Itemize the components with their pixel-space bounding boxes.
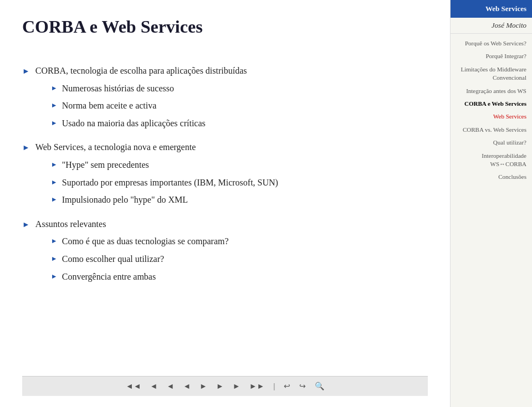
arrow-icon-2: ► bbox=[22, 142, 30, 154]
sub-bullets-3: ► Como é que as duas tecnologias se comp… bbox=[35, 234, 229, 284]
bullet-3: ► Assuntos relevantes ► Como é que as du… bbox=[22, 217, 428, 287]
bullet-1-1-text: Numerosas histórias de sucesso bbox=[62, 81, 174, 96]
nav-forward[interactable]: ↪ bbox=[297, 380, 308, 392]
nav-back[interactable]: ↩ bbox=[282, 380, 293, 392]
sidebar-item-corba-vs[interactable]: CORBA vs. Web Services bbox=[451, 123, 532, 136]
sidebar-item-integração-antes[interactable]: Integração antes dos WS bbox=[451, 85, 532, 97]
nav-next-frame[interactable]: ► bbox=[197, 381, 209, 392]
bullet-2-1: ► "Hype" sem precedentes bbox=[51, 158, 278, 172]
slide-container: CORBA e Web Services ► CORBA, tecnologia… bbox=[0, 0, 532, 407]
nav-last[interactable]: ►► bbox=[247, 381, 267, 392]
arrow-icon-3-1: ► bbox=[51, 236, 58, 246]
arrow-icon-2-3: ► bbox=[51, 194, 58, 205]
sidebar: Web Services José Mocito Porquê os Web S… bbox=[450, 0, 532, 407]
arrow-icon-1-1: ► bbox=[51, 83, 58, 94]
arrow-icon-2-2: ► bbox=[51, 177, 58, 188]
bullet-1: ► CORBA, tecnologia de escolha para apli… bbox=[22, 64, 428, 133]
bullet-2-2-text: Suportado por empresas importantes (IBM,… bbox=[62, 176, 278, 190]
nav-prev-frame[interactable]: ◄ bbox=[181, 381, 193, 392]
bullet-3-3: ► Convergência entre ambas bbox=[51, 270, 229, 284]
slide-title: CORBA e Web Services bbox=[22, 17, 428, 42]
arrow-icon-1-3: ► bbox=[51, 118, 58, 128]
arrow-icon-1: ► bbox=[22, 65, 30, 78]
bullet-1-text: CORBA, tecnologia de escolha para aplica… bbox=[35, 66, 247, 75]
sidebar-item-porquê-integrar[interactable]: Porquê Integrar? bbox=[451, 50, 532, 63]
bullet-3-1: ► Como é que as duas tecnologias se comp… bbox=[51, 234, 229, 249]
nav-next-subsection[interactable]: ► bbox=[214, 381, 226, 392]
sub-bullets-1: ► Numerosas histórias de sucesso ► Norma… bbox=[35, 81, 247, 131]
nav-zoom-out[interactable]: 🔍 bbox=[313, 380, 326, 392]
bullet-3-3-text: Convergência entre ambas bbox=[62, 270, 156, 284]
sub-bullets-2: ► "Hype" sem precedentes ► Suportado por… bbox=[35, 158, 278, 207]
bullet-1-3-text: Usado na maioria das aplicações críticas bbox=[62, 116, 206, 131]
sidebar-nav: Porquê os Web Services? Porquê Integrar?… bbox=[451, 34, 532, 407]
arrow-icon-2-1: ► bbox=[51, 159, 58, 170]
arrow-icon-3-3: ► bbox=[51, 271, 58, 282]
sidebar-item-qual-utilizar[interactable]: Qual utilizar? bbox=[451, 136, 532, 149]
bullet-1-2: ► Norma bem aceite e activa bbox=[51, 99, 247, 113]
bullet-2-2: ► Suportado por empresas importantes (IB… bbox=[51, 176, 278, 190]
bullet-3-2: ► Como escolher qual utilizar? bbox=[51, 252, 229, 266]
nav-prev-section[interactable]: ◄ bbox=[148, 381, 160, 392]
sidebar-item-web-services[interactable]: Web Services bbox=[451, 110, 532, 123]
nav-prev-subsection[interactable]: ◄ bbox=[164, 381, 176, 392]
nav-next-section[interactable]: ► bbox=[231, 381, 243, 392]
content-body: ► CORBA, tecnologia de escolha para apli… bbox=[22, 64, 428, 376]
bullet-2-3: ► Impulsionado pelo "hype" do XML bbox=[51, 193, 278, 207]
bullet-1-1: ► Numerosas histórias de sucesso bbox=[51, 81, 247, 96]
nav-bar: ◄◄ ◄ ◄ ◄ ► ► ► ►► | ↩ ↪ 🔍 bbox=[22, 376, 428, 396]
sidebar-item-conclusões[interactable]: Conclusões bbox=[451, 171, 532, 183]
arrow-icon-3-2: ► bbox=[51, 254, 58, 264]
bullet-3-2-text: Como escolher qual utilizar? bbox=[62, 252, 164, 266]
bullet-3-text: Assuntos relevantes bbox=[35, 219, 106, 229]
bullet-2-1-text: "Hype" sem precedentes bbox=[62, 158, 149, 172]
bullet-2-3-text: Impulsionado pelo "hype" do XML bbox=[62, 193, 188, 207]
sidebar-item-corba-e-web-services[interactable]: CORBA e Web Services bbox=[451, 97, 532, 110]
bullet-1-2-text: Norma bem aceite e activa bbox=[62, 99, 157, 113]
nav-separator: | bbox=[271, 381, 277, 392]
nav-first[interactable]: ◄◄ bbox=[124, 381, 144, 392]
bullet-3-1-text: Como é que as duas tecnologias se compar… bbox=[62, 234, 229, 249]
sidebar-author: José Mocito bbox=[451, 18, 532, 34]
arrow-icon-3: ► bbox=[22, 219, 30, 231]
bullet-1-3: ► Usado na maioria das aplicações crític… bbox=[51, 116, 247, 131]
sidebar-item-interoperabilidade[interactable]: Interoperabilidade WS↔CORBA bbox=[451, 150, 532, 171]
bullet-2: ► Web Services, a tecnologia nova e emer… bbox=[22, 140, 428, 210]
arrow-icon-1-2: ► bbox=[51, 100, 58, 111]
sidebar-item-limitações[interactable]: Limitações do Middleware Convencional bbox=[451, 63, 532, 85]
sidebar-item-porquê-os-web-services[interactable]: Porquê os Web Services? bbox=[451, 37, 532, 50]
bullet-2-text: Web Services, a tecnologia nova e emerge… bbox=[35, 142, 196, 152]
main-content: CORBA e Web Services ► CORBA, tecnologia… bbox=[0, 0, 450, 407]
sidebar-title: Web Services bbox=[451, 0, 532, 18]
